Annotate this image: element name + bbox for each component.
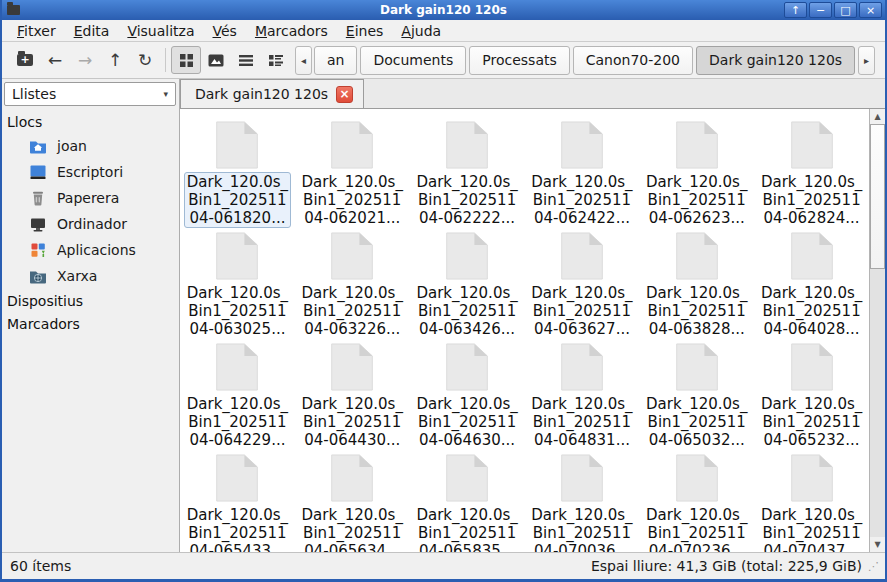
menubar: Fitxer Edita Visualitza Vés Marcadors Ei… (2, 20, 885, 42)
file-item[interactable]: Dark_120.0s_ Bin1_202511 04-064430... (295, 343, 410, 454)
grid-view-icon (179, 53, 194, 68)
items-count: 60 ítems (10, 558, 71, 574)
file-item[interactable]: Dark_120.0s_ Bin1_202511 04-070036... (525, 454, 640, 552)
file-item[interactable]: Dark_120.0s_ Bin1_202511 04-065032... (639, 343, 754, 454)
file-label: Dark_120.0s_ Bin1_202511 04-063828... (643, 283, 750, 339)
file-label: Dark_120.0s_ Bin1_202511 04-065032... (643, 394, 750, 450)
sidebar-item-aplicacions[interactable]: Aplicacions (2, 237, 179, 263)
breadcrumb-joan[interactable]: an (314, 46, 357, 75)
file-item[interactable]: Dark_120.0s_ Bin1_202511 04-062824... (754, 121, 869, 232)
compact-view-button[interactable] (261, 46, 291, 74)
scroll-down-icon[interactable]: ▼ (870, 537, 885, 552)
file-item[interactable]: Dark_120.0s_ Bin1_202511 04-064630... (410, 343, 525, 454)
file-icon (559, 232, 605, 280)
scrollbar-track[interactable] (870, 124, 885, 537)
file-label: Dark_120.0s_ Bin1_202511 04-062222... (413, 172, 520, 228)
menu-edita[interactable]: Edita (65, 21, 119, 41)
file-manager-window: Dark gain120 120s ↑ − □ × Fitxer Edita V… (0, 0, 887, 582)
path-scroll-right-button[interactable]: ▸ (858, 46, 875, 75)
back-button[interactable]: ← (40, 46, 70, 74)
sidebar-mode-select[interactable]: Llistes ▾ (4, 82, 176, 106)
file-item[interactable]: Dark_120.0s_ Bin1_202511 04-064831... (525, 343, 640, 454)
window-title: Dark gain120 120s (2, 3, 885, 17)
thumbnail-view-icon (208, 54, 224, 67)
menu-marcadors[interactable]: Marcadors (246, 21, 337, 41)
vertical-scrollbar[interactable]: ▲ ▼ (869, 109, 885, 552)
file-item[interactable]: Dark_120.0s_ Bin1_202511 04-063627... (525, 232, 640, 343)
scroll-up-icon[interactable]: ▲ (870, 109, 885, 124)
file-item[interactable]: Dark_120.0s_ Bin1_202511 04-062623... (639, 121, 754, 232)
thumbnail-view-button[interactable] (201, 46, 231, 74)
path-scroll-left-button[interactable]: ◂ (295, 46, 312, 75)
window-controls: ↑ − □ × (784, 2, 885, 18)
file-label: Dark_120.0s_ Bin1_202511 04-064229... (184, 394, 291, 450)
file-grid[interactable]: Dark_120.0s_ Bin1_202511 04-061820... Da… (180, 109, 869, 552)
close-button[interactable]: × (859, 2, 882, 18)
file-item[interactable]: Dark_120.0s_ Bin1_202511 04-062021... (295, 121, 410, 232)
tab-close-icon[interactable]: × (336, 86, 353, 103)
sidebar-section-dispositius[interactable]: Dispositius (2, 289, 179, 312)
sidebar-section-marcadors[interactable]: Marcadors (2, 312, 179, 335)
file-item[interactable]: Dark_120.0s_ Bin1_202511 04-065835... (410, 454, 525, 552)
file-item[interactable]: Dark_120.0s_ Bin1_202511 04-062222... (410, 121, 525, 232)
file-item[interactable]: Dark_120.0s_ Bin1_202511 04-065634... (295, 454, 410, 552)
file-item[interactable]: Dark_120.0s_ Bin1_202511 04-064028... (754, 232, 869, 343)
file-label: Dark_120.0s_ Bin1_202511 04-062021... (299, 172, 406, 228)
file-item[interactable]: Dark_120.0s_ Bin1_202511 04-063025... (180, 232, 295, 343)
file-icon (444, 232, 490, 280)
file-item[interactable]: Dark_120.0s_ Bin1_202511 04-065232... (754, 343, 869, 454)
breadcrumb-processats[interactable]: Processats (469, 46, 569, 75)
minimize-button[interactable]: − (809, 2, 832, 18)
file-icon (789, 232, 835, 280)
icon-view-button[interactable] (171, 46, 201, 74)
network-icon (29, 267, 47, 285)
file-icon (789, 454, 835, 502)
shade-window-button[interactable]: ↑ (784, 2, 807, 18)
sidebar-item-ordinador[interactable]: Ordinador (2, 211, 179, 237)
sidebar-mode-value: Llistes (12, 86, 56, 102)
file-label: Dark_120.0s_ Bin1_202511 04-064430... (299, 394, 406, 450)
file-icon (329, 232, 375, 280)
up-button[interactable]: ↑ (100, 46, 130, 74)
file-icon (674, 454, 720, 502)
file-icon (674, 343, 720, 391)
menu-eines[interactable]: Eines (337, 21, 393, 41)
resize-grip[interactable]: ⋰ (868, 560, 879, 573)
breadcrumb-documents[interactable]: Documents (360, 46, 466, 75)
sidebar-item-escriptori[interactable]: Escriptori (2, 159, 179, 185)
toolbar: + ← → ↑ ↻ ◂ an Documents Processats Cano… (2, 42, 885, 79)
file-item[interactable]: Dark_120.0s_ Bin1_202511 04-065433... (180, 454, 295, 552)
toolbar-separator (165, 48, 166, 72)
scrollbar-thumb[interactable] (870, 124, 885, 269)
sidebar-item-label: Ordinador (57, 216, 127, 232)
file-label: Dark_120.0s_ Bin1_202511 04-070437... (758, 505, 865, 552)
file-item[interactable]: Dark_120.0s_ Bin1_202511 04-063226... (295, 232, 410, 343)
file-item[interactable]: Dark_120.0s_ Bin1_202511 04-070437... (754, 454, 869, 552)
menu-ves[interactable]: Vés (204, 21, 246, 41)
new-tab-button[interactable]: + (10, 46, 40, 74)
file-item[interactable]: Dark_120.0s_ Bin1_202511 04-063426... (410, 232, 525, 343)
sidebar-item-label: Paperera (57, 190, 119, 206)
tab-dark-gain120-120s[interactable]: Dark gain120 120s × (180, 79, 364, 108)
file-item[interactable]: Dark_120.0s_ Bin1_202511 04-063828... (639, 232, 754, 343)
breadcrumb-canon70-200[interactable]: Canon70-200 (573, 46, 693, 75)
file-item[interactable]: Dark_120.0s_ Bin1_202511 04-070236... (639, 454, 754, 552)
applications-icon (29, 241, 47, 259)
menu-fitxer[interactable]: Fitxer (8, 21, 65, 41)
sidebar-item-paperera[interactable]: Paperera (2, 185, 179, 211)
sidebar-item-xarxa[interactable]: Xarxa (2, 263, 179, 289)
file-item[interactable]: Dark_120.0s_ Bin1_202511 04-061820... (180, 121, 295, 232)
forward-button[interactable]: → (70, 46, 100, 74)
sidebar-item-joan[interactable]: joan (2, 133, 179, 159)
file-item[interactable]: Dark_120.0s_ Bin1_202511 04-062422... (525, 121, 640, 232)
menu-ajuda[interactable]: Ajuda (392, 21, 450, 41)
breadcrumb-dark-gain120-120s[interactable]: Dark gain120 120s (696, 46, 855, 75)
reload-button[interactable]: ↻ (130, 46, 160, 74)
file-icon (214, 454, 260, 502)
menu-visualitza[interactable]: Visualitza (118, 21, 203, 41)
file-icon (559, 343, 605, 391)
maximize-button[interactable]: □ (834, 2, 857, 18)
file-item[interactable]: Dark_120.0s_ Bin1_202511 04-064229... (180, 343, 295, 454)
file-icon (674, 232, 720, 280)
list-view-button[interactable] (231, 46, 261, 74)
